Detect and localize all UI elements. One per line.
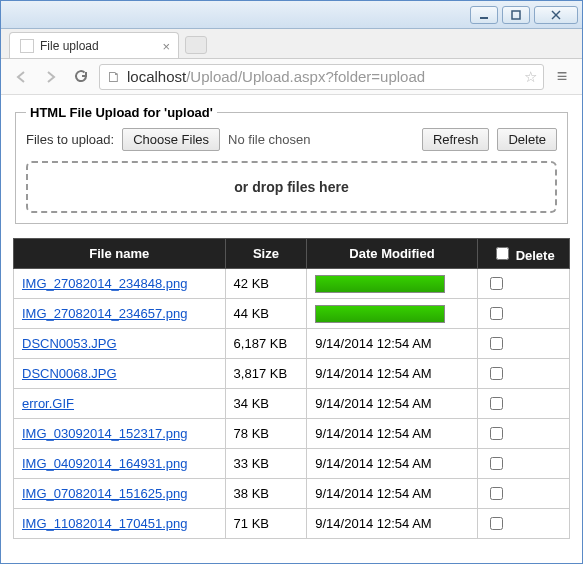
browser-tab[interactable]: File upload × <box>9 32 179 58</box>
page-icon: 🗋 <box>106 68 121 85</box>
cell-delete <box>477 509 569 539</box>
cell-file-name: IMG_27082014_234657.png <box>14 299 226 329</box>
cell-file-name: IMG_03092014_152317.png <box>14 419 226 449</box>
upload-legend: HTML File Upload for 'upload' <box>26 105 217 120</box>
cell-delete <box>477 479 569 509</box>
favicon-icon <box>20 39 34 53</box>
file-link[interactable]: DSCN0053.JPG <box>22 336 117 351</box>
maximize-icon <box>511 10 521 20</box>
file-drop-zone[interactable]: or drop files here <box>26 161 557 213</box>
row-delete-checkbox[interactable] <box>490 457 503 470</box>
tab-close-icon[interactable]: × <box>162 39 170 54</box>
file-link[interactable]: IMG_11082014_170451.png <box>22 516 188 531</box>
upload-progress-bar <box>315 305 445 323</box>
cell-date-modified: 9/14/2014 12:54 AM <box>307 329 477 359</box>
row-delete-checkbox[interactable] <box>490 277 503 290</box>
cell-file-name: DSCN0068.JPG <box>14 359 226 389</box>
row-delete-checkbox[interactable] <box>490 427 503 440</box>
minimize-icon <box>479 10 489 20</box>
bookmark-star-icon[interactable]: ☆ <box>524 68 537 86</box>
cell-date-modified: 9/14/2014 12:54 AM <box>307 509 477 539</box>
cell-delete <box>477 419 569 449</box>
table-row: DSCN0068.JPG3,817 KB9/14/2014 12:54 AM <box>14 359 570 389</box>
upload-progress-bar <box>315 275 445 293</box>
cell-delete <box>477 269 569 299</box>
row-delete-checkbox[interactable] <box>490 397 503 410</box>
tab-title: File upload <box>40 39 99 53</box>
cell-size: 38 KB <box>225 479 307 509</box>
cell-delete <box>477 389 569 419</box>
table-row: DSCN0053.JPG6,187 KB9/14/2014 12:54 AM <box>14 329 570 359</box>
browser-window: File upload × 🗋 localhost/Upload/Upload.… <box>0 0 583 564</box>
table-row: IMG_27082014_234848.png42 KB <box>14 269 570 299</box>
cell-date-modified: 9/14/2014 12:54 AM <box>307 449 477 479</box>
file-link[interactable]: IMG_07082014_151625.png <box>22 486 188 501</box>
file-link[interactable]: IMG_27082014_234848.png <box>22 276 188 291</box>
cell-size: 6,187 KB <box>225 329 307 359</box>
no-file-chosen-text: No file chosen <box>228 132 310 147</box>
new-tab-button[interactable] <box>185 36 207 54</box>
upload-fieldset: HTML File Upload for 'upload' Files to u… <box>15 105 568 224</box>
cell-size: 44 KB <box>225 299 307 329</box>
address-bar[interactable]: 🗋 localhost/Upload/Upload.aspx?folder=up… <box>99 64 544 90</box>
file-link[interactable]: DSCN0068.JPG <box>22 366 117 381</box>
row-delete-checkbox[interactable] <box>490 307 503 320</box>
cell-delete <box>477 299 569 329</box>
cell-file-name: error.GIF <box>14 389 226 419</box>
dropzone-text: or drop files here <box>234 179 348 195</box>
col-date-modified: Date Modified <box>307 239 477 269</box>
forward-button[interactable] <box>39 65 63 89</box>
tab-strip: File upload × <box>1 29 582 59</box>
delete-button[interactable]: Delete <box>497 128 557 151</box>
file-link[interactable]: IMG_27082014_234657.png <box>22 306 188 321</box>
browser-menu-button[interactable]: ≡ <box>550 65 574 89</box>
file-link[interactable]: IMG_04092014_164931.png <box>22 456 188 471</box>
cell-size: 33 KB <box>225 449 307 479</box>
maximize-button[interactable] <box>502 6 530 24</box>
cell-date-modified: 9/14/2014 12:54 AM <box>307 359 477 389</box>
back-arrow-icon <box>14 70 28 84</box>
cell-file-name: IMG_07082014_151625.png <box>14 479 226 509</box>
col-file-name: File name <box>14 239 226 269</box>
cell-size: 78 KB <box>225 419 307 449</box>
file-link[interactable]: error.GIF <box>22 396 74 411</box>
refresh-button[interactable]: Refresh <box>422 128 490 151</box>
table-row: IMG_07082014_151625.png38 KB9/14/2014 12… <box>14 479 570 509</box>
minimize-button[interactable] <box>470 6 498 24</box>
table-row: IMG_11082014_170451.png71 KB9/14/2014 12… <box>14 509 570 539</box>
select-all-checkbox[interactable] <box>496 247 509 260</box>
cell-date-modified <box>307 269 477 299</box>
choose-files-button[interactable]: Choose Files <box>122 128 220 151</box>
upload-controls-row: Files to upload: Choose Files No file ch… <box>26 128 557 151</box>
cell-size: 42 KB <box>225 269 307 299</box>
cell-file-name: IMG_27082014_234848.png <box>14 269 226 299</box>
svg-rect-1 <box>512 11 520 19</box>
files-to-upload-label: Files to upload: <box>26 132 114 147</box>
table-row: IMG_03092014_152317.png78 KB9/14/2014 12… <box>14 419 570 449</box>
table-row: error.GIF34 KB9/14/2014 12:54 AM <box>14 389 570 419</box>
cell-file-name: IMG_11082014_170451.png <box>14 509 226 539</box>
row-delete-checkbox[interactable] <box>490 517 503 530</box>
cell-file-name: DSCN0053.JPG <box>14 329 226 359</box>
cell-delete <box>477 329 569 359</box>
cell-date-modified: 9/14/2014 12:54 AM <box>307 419 477 449</box>
close-icon <box>551 10 561 20</box>
file-link[interactable]: IMG_03092014_152317.png <box>22 426 188 441</box>
url-path: /Upload/Upload.aspx?folder=upload <box>186 68 425 85</box>
col-delete: Delete <box>477 239 569 269</box>
cell-delete <box>477 449 569 479</box>
row-delete-checkbox[interactable] <box>490 337 503 350</box>
close-window-button[interactable] <box>534 6 578 24</box>
col-size: Size <box>225 239 307 269</box>
table-row: IMG_04092014_164931.png33 KB9/14/2014 12… <box>14 449 570 479</box>
cell-size: 34 KB <box>225 389 307 419</box>
table-row: IMG_27082014_234657.png44 KB <box>14 299 570 329</box>
row-delete-checkbox[interactable] <box>490 487 503 500</box>
reload-icon <box>74 69 89 84</box>
cell-size: 71 KB <box>225 509 307 539</box>
page-content: HTML File Upload for 'upload' Files to u… <box>1 95 582 563</box>
forward-arrow-icon <box>44 70 58 84</box>
back-button[interactable] <box>9 65 33 89</box>
reload-button[interactable] <box>69 65 93 89</box>
row-delete-checkbox[interactable] <box>490 367 503 380</box>
